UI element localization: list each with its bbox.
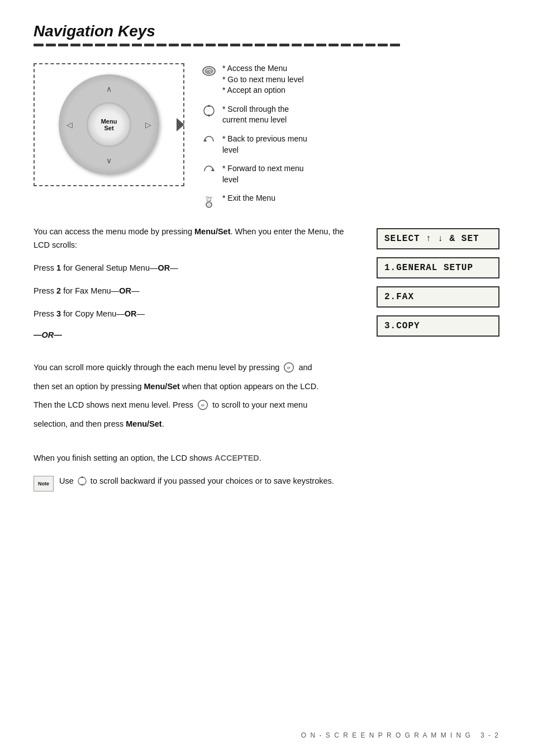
bullet-text-menuset: * Access the Menu* Go to next menu level… xyxy=(222,63,304,96)
scroll-para-2: then set an option by pressing Menu/Set … xyxy=(34,380,499,394)
nav-arrow-up: ∧ xyxy=(106,84,112,93)
para-menu-intro: You can access the menu mode by pressing… xyxy=(34,225,360,251)
nav-center-label2: Set xyxy=(104,125,113,131)
lcd-column: SELECT ↑ ↓ & SET 1.GENERAL SETUP 2.FAX 3… xyxy=(377,225,499,349)
menu-set-bold-3: Menu/Set xyxy=(126,419,161,428)
lcd-general-setup: 1.GENERAL SETUP xyxy=(377,257,499,278)
accepted-para: When you finish setting an option, the L… xyxy=(34,452,499,465)
bullet-text-back: * Back to previous menulevel xyxy=(222,134,307,155)
para-press1: Press 1 for General Setup Menu—OR— xyxy=(34,262,360,275)
page-footer: O N - S C R E E N P R O G R A M M I N G … xyxy=(34,731,499,739)
or-1: OR xyxy=(158,263,170,272)
para-press2: Press 2 for Fax Menu—OR— xyxy=(34,285,360,297)
para-press3: Press 3 for Copy Menu—OR— xyxy=(34,308,360,320)
accepted-label: ACCEPTED xyxy=(215,453,259,462)
note-text: Use to scroll backward if you passed you… xyxy=(59,475,334,488)
menu-set-icon: SET xyxy=(201,63,217,79)
note-scroll-icon xyxy=(76,475,88,488)
scroll-para-2c: when that option appears on the LCD. xyxy=(180,382,318,391)
svg-text:or: or xyxy=(287,366,291,370)
text-column: You can access the menu mode by pressing… xyxy=(34,225,360,349)
bullet-item-scroll: * Scroll through thecurrent menu level xyxy=(201,104,499,126)
svg-marker-5 xyxy=(203,138,207,141)
nav-center-label1: Menu xyxy=(101,118,117,125)
or-3: OR xyxy=(125,309,137,318)
dashed-rule xyxy=(34,44,499,46)
bullet-item-back: * Back to previous menulevel xyxy=(201,134,499,155)
scroll-icon-inline-1: or xyxy=(282,361,296,375)
menu-set-bold-1: Menu/Set xyxy=(194,227,230,236)
scroll-para-3b: to scroll to your next menu xyxy=(212,400,307,409)
scroll-para-1b: and xyxy=(298,363,312,372)
lcd-select: SELECT ↑ ↓ & SET xyxy=(377,228,499,249)
nav-center-button[interactable]: Menu Set xyxy=(87,102,131,147)
menu-set-bold-2: Menu/Set xyxy=(144,382,180,391)
note-body: to scroll backward if you passed your ch… xyxy=(91,476,334,485)
bullet-text-scroll: * Scroll through thecurrent menu level xyxy=(222,104,289,126)
scroll-para-3: Then the LCD shows next menu level. Pres… xyxy=(34,398,499,413)
key-3: 3 xyxy=(56,309,61,318)
nav-pad-container: ∧ ∨ ◁ ▷ Menu Set xyxy=(34,63,184,186)
forward-icon xyxy=(201,163,217,179)
scroll-para-1a: You can scroll more quickly through the … xyxy=(34,363,282,372)
scroll-para-1: You can scroll more quickly through the … xyxy=(34,361,499,375)
scroll-para-2a: then set an option by pressing xyxy=(34,382,144,391)
scroll-icon-inline-2: or xyxy=(196,398,210,413)
bullet-text-exit: * Exit the Menu xyxy=(222,193,275,204)
scroll-section: You can scroll more quickly through the … xyxy=(34,361,499,431)
svg-text:or: or xyxy=(201,403,205,407)
scroll-para-3a: Then the LCD shows next menu level. Pres… xyxy=(34,400,196,409)
lcd-fax: 2.FAX xyxy=(377,286,499,308)
or-standalone: —OR— xyxy=(34,330,360,339)
note-prefix: Use xyxy=(59,476,74,485)
lcd-copy: 3.COPY xyxy=(377,315,499,337)
svg-text:Exit: Exit xyxy=(207,199,212,202)
nav-arrow-right: ▷ xyxy=(145,120,151,129)
nav-arrow-down: ∨ xyxy=(106,156,112,165)
footer-page: 3 - 2 xyxy=(480,731,499,739)
top-section: ∧ ∨ ◁ ▷ Menu Set SET * Access the Menu* … xyxy=(34,63,499,209)
page-title: Navigation Keys xyxy=(34,22,499,40)
bullet-item-menuset: SET * Access the Menu* Go to next menu l… xyxy=(201,63,499,96)
scroll-para-4c: . xyxy=(162,419,164,428)
para-menu-intro-text: You can access the menu mode by pressing xyxy=(34,227,194,236)
accepted-prefix: When you finish setting an option, the L… xyxy=(34,453,215,462)
back-icon xyxy=(201,134,217,149)
nav-pad: ∧ ∨ ◁ ▷ Menu Set xyxy=(59,74,159,175)
nav-arrow-left: ◁ xyxy=(66,120,73,129)
scroll-updown-icon xyxy=(201,104,217,120)
scroll-para-4a: selection, and then press xyxy=(34,419,126,428)
bullet-text-forward: * Forward to next menulevel xyxy=(222,163,304,185)
side-triangle-icon xyxy=(177,118,184,131)
note-section: Note Use to scroll backward if you passe… xyxy=(34,475,499,492)
bullet-item-exit: Stop/ Exit * Exit the Menu xyxy=(201,193,499,209)
scroll-para-4: selection, and then press Menu/Set. xyxy=(34,417,499,431)
stop-exit-icon: Stop/ Exit xyxy=(201,193,217,209)
bullet-item-forward: * Forward to next menulevel xyxy=(201,163,499,185)
main-content: You can access the menu mode by pressing… xyxy=(34,225,499,349)
svg-text:SET: SET xyxy=(206,70,212,73)
or-2: OR xyxy=(119,286,131,295)
svg-marker-6 xyxy=(211,168,215,171)
key-2: 2 xyxy=(56,286,61,295)
key-1: 1 xyxy=(56,263,61,272)
svg-point-9 xyxy=(206,202,212,207)
footer-text: O N - S C R E E N P R O G R A M M I N G xyxy=(301,731,472,739)
bullet-list: SET * Access the Menu* Go to next menu l… xyxy=(201,63,499,209)
note-badge: Note xyxy=(34,476,54,492)
